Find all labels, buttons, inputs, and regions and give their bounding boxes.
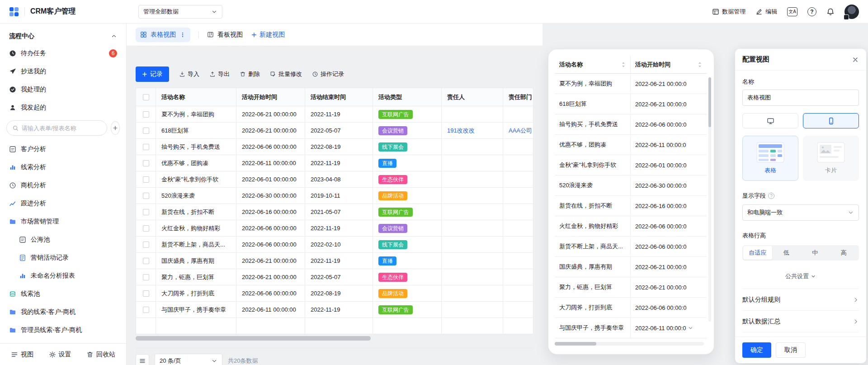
- data-manage-button[interactable]: 数据管理: [712, 8, 745, 16]
- mobile-device-button[interactable]: [803, 113, 859, 128]
- preview-row[interactable]: 新货在线，折扣不断 2022-06-16 00:00:0: [555, 196, 707, 216]
- sidebar-footer-item[interactable]: 回收站: [86, 351, 115, 359]
- preview-row[interactable]: 新货不断上架，商品天... 2022-06-06 00:00:0: [555, 237, 707, 257]
- row-checkbox[interactable]: [143, 144, 149, 150]
- sidebar-menu-item[interactable]: 跟进分析: [4, 194, 123, 213]
- tab-table-view[interactable]: 表格视图: [136, 28, 190, 42]
- view-type-card-card[interactable]: 卡片: [803, 136, 859, 181]
- form-search-box[interactable]: [6, 120, 107, 136]
- tab-kanban-view[interactable]: 看板视图: [207, 31, 243, 39]
- language-button[interactable]: 文A: [787, 7, 797, 16]
- delete-button[interactable]: 删除: [240, 70, 260, 78]
- row-height-button[interactable]: [136, 354, 149, 365]
- view-name-input[interactable]: [742, 90, 859, 106]
- new-view-button[interactable]: 新建视图: [251, 31, 285, 39]
- sidebar-menu-item[interactable]: 商机分析: [4, 176, 123, 194]
- sidebar-menu-item[interactable]: 线索池: [4, 285, 123, 303]
- sidebar-menu-item[interactable]: 未命名分析报表: [4, 267, 123, 285]
- column-header-start-time[interactable]: 活动开始时间: [236, 88, 305, 106]
- confirm-button[interactable]: 确定: [742, 342, 771, 358]
- sidebar-menu-item[interactable]: 公海池: [4, 231, 123, 249]
- row-checkbox[interactable]: [143, 160, 149, 166]
- operation-log-button[interactable]: 操作记录: [312, 70, 344, 78]
- desktop-device-button[interactable]: [742, 113, 798, 128]
- preview-row[interactable]: 金秋"豪"礼拿到你手软 2022-06-01 00:00:0: [555, 155, 707, 175]
- sort-icon[interactable]: [698, 62, 702, 68]
- data-scope-select[interactable]: 管理全部数据: [138, 5, 222, 19]
- search-input[interactable]: [22, 125, 101, 132]
- close-icon[interactable]: [852, 56, 859, 63]
- row-checkbox[interactable]: [143, 111, 149, 118]
- row-checkbox[interactable]: [143, 242, 149, 248]
- select-all-checkbox[interactable]: [143, 94, 149, 100]
- sidebar-menu-item[interactable]: 营销活动记录: [4, 249, 123, 267]
- preview-row[interactable]: 抽号购买，手机免费送 2022-06-06 00:00:0: [555, 114, 707, 135]
- column-header-activity-type[interactable]: 活动类型: [373, 88, 442, 106]
- cancel-button[interactable]: 取消: [776, 342, 806, 358]
- row-height-option[interactable]: 低: [772, 246, 801, 260]
- sidebar-footer-item[interactable]: 视图: [11, 351, 33, 359]
- notifications-button[interactable]: [826, 8, 835, 16]
- display-fields-select[interactable]: 和电脑端一致: [742, 204, 859, 221]
- preview-row[interactable]: 大刀阔斧，打折到底 2022-06-06 00:00:0: [555, 298, 707, 318]
- row-height-option[interactable]: 高: [830, 246, 859, 260]
- preview-row[interactable]: 618巨划算 2022-06-21 00:00:0: [555, 94, 707, 114]
- row-checkbox[interactable]: [143, 209, 149, 215]
- export-button[interactable]: 导出: [209, 70, 230, 78]
- edit-button[interactable]: 编辑: [755, 8, 777, 16]
- column-header-end-time[interactable]: 活动结束时间: [305, 88, 373, 106]
- sidebar-process-item[interactable]: 我发起的: [0, 99, 126, 117]
- sidebar-footer-item[interactable]: 设置: [49, 351, 71, 359]
- default-data-summary-row[interactable]: 默认数据汇总: [742, 311, 859, 332]
- add-record-button[interactable]: 记录: [136, 66, 169, 82]
- preview-hscroll-thumb[interactable]: [555, 342, 596, 346]
- sidebar-menu-item[interactable]: 我的线索-客户-商机: [4, 303, 123, 321]
- sidebar-menu-item[interactable]: 客户分析: [4, 140, 123, 158]
- row-checkbox[interactable]: [143, 307, 149, 313]
- default-group-rule-row[interactable]: 默认分组规则: [742, 289, 859, 311]
- preview-vscroll-thumb[interactable]: [708, 77, 711, 127]
- column-header-department[interactable]: 责任部门: [503, 88, 533, 106]
- preview-row[interactable]: 优惠不够，团购凑 2022-06-11 00:00:0: [555, 135, 707, 155]
- preview-row[interactable]: 520浪漫来袭 2022-06-30 00:00:0: [555, 175, 707, 196]
- preview-row[interactable]: 与国庆甲子，携手奏华章 2022-06-11 00:00:0: [555, 318, 707, 338]
- column-header-activity-name[interactable]: 活动名称: [156, 88, 236, 106]
- preview-column-start-time[interactable]: 活动开始时间: [631, 56, 707, 73]
- sidebar-process-item[interactable]: 抄送我的: [0, 62, 126, 81]
- column-header-owner[interactable]: 责任人: [442, 88, 503, 106]
- preview-column-activity-name[interactable]: 活动名称: [555, 56, 631, 73]
- preview-row[interactable]: 聚力，钜惠，巨划算 2022-06-21 00:00:0: [555, 277, 707, 298]
- sidebar-section-process-center[interactable]: 流程中心: [0, 28, 126, 44]
- page-size-select[interactable]: 20 条/页: [155, 354, 222, 365]
- sidebar-menu-item[interactable]: 线索分析: [4, 158, 123, 176]
- row-height-option[interactable]: 自适应: [743, 246, 772, 260]
- caret-down-icon[interactable]: [688, 326, 693, 331]
- owner-link[interactable]: 191改改改: [447, 127, 475, 135]
- row-checkbox[interactable]: [143, 176, 149, 183]
- preview-row[interactable]: 国庆盛典，厚惠有期 2022-06-21 00:00:0: [555, 257, 707, 277]
- row-checkbox[interactable]: [143, 274, 149, 280]
- more-options-icon[interactable]: [179, 32, 186, 38]
- horizontal-scrollbar-thumb[interactable]: [136, 336, 371, 341]
- help-button[interactable]: ?: [807, 7, 816, 16]
- row-checkbox[interactable]: [143, 193, 149, 199]
- sort-icon[interactable]: [621, 62, 626, 68]
- row-checkbox[interactable]: [143, 290, 149, 297]
- sidebar-process-item[interactable]: 待办任务 6: [0, 44, 126, 62]
- add-form-button[interactable]: [111, 121, 120, 135]
- row-checkbox[interactable]: [143, 225, 149, 232]
- department-link[interactable]: AAA公司: [509, 127, 532, 135]
- preview-row[interactable]: 火红金秋，购物好精彩 2022-06-06 00:00:0: [555, 216, 707, 237]
- sidebar-process-item[interactable]: 我处理的: [0, 81, 126, 99]
- batch-edit-button[interactable]: 批量修改: [270, 70, 302, 78]
- user-avatar[interactable]: [844, 5, 859, 19]
- row-height-option[interactable]: 中: [801, 246, 830, 260]
- row-checkbox[interactable]: [143, 258, 149, 264]
- sidebar-menu-item[interactable]: 管理员线索-客户-商机: [4, 321, 123, 339]
- import-button[interactable]: 导入: [179, 70, 199, 78]
- preview-row[interactable]: 夏不为例，幸福团购 2022-06-21 00:00:0: [555, 74, 707, 94]
- sidebar-menu-item[interactable]: 市场营销管理: [4, 213, 123, 231]
- view-type-table-card[interactable]: 表格: [742, 136, 798, 181]
- help-icon[interactable]: ?: [768, 193, 774, 199]
- public-settings-toggle[interactable]: 公共设置: [742, 272, 859, 280]
